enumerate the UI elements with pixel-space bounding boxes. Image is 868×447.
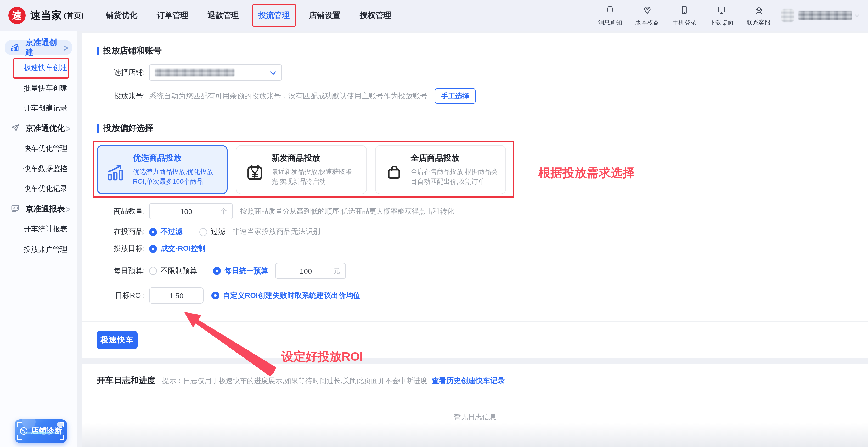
log-empty-text: 暂无日志信息 (97, 413, 854, 422)
shop-diagnose-button[interactable]: 店铺诊断 (14, 419, 67, 443)
nav-item-traffic-manage[interactable]: 投流管理 (258, 10, 289, 21)
account-row: 投放账号: 系统自动为您匹配有可用余额的投放账号，没有匹配成功默认使用主账号作为… (97, 88, 854, 103)
bell-icon (605, 4, 615, 17)
nav-item-auth-manage[interactable]: 授权管理 (360, 10, 391, 21)
card-whole-shop[interactable]: 全店商品投放 全店在售商品投放,根据商品类目自动匹配出价,收割订单 (375, 145, 506, 194)
card-title: 新发商品投放 (272, 153, 360, 164)
log-tip: 提示：日志仅用于极速快车的进度展示,如果等待时间过长,关闭此页面并不会中断进度 (162, 376, 428, 386)
quantity-row: 商品数量: 个 按照商品质量分从高到低的顺序,优选商品更大概率能获得点击和转化 (97, 203, 854, 219)
shop-select-label: 选择店铺: (97, 68, 145, 77)
sidebar-group-jzt-report[interactable]: AD 京准通报表 > (0, 199, 77, 219)
download-desktop-button[interactable]: 下载桌面 (710, 4, 734, 26)
shop-select-dropdown[interactable] (149, 64, 282, 81)
quick-action-label: 版本权益 (635, 19, 659, 26)
target-row: 投放目标: 成交-ROI控制 (97, 244, 854, 254)
log-title: 开车日志和进度 (97, 375, 155, 386)
filter-label: 在投商品: (97, 227, 145, 237)
sidebar-item-kc-data-monitor[interactable]: 快车数据监控 (0, 159, 77, 179)
log-panel: 开车日志和进度 提示：日志仅用于极速快车的进度展示,如果等待时间过长,关闭此页面… (82, 364, 868, 447)
nav-item-shop-settings[interactable]: 店铺设置 (309, 10, 340, 21)
logo-glyph: 速 (12, 9, 22, 22)
radio-daily-budget[interactable] (213, 267, 221, 275)
user-account-area[interactable] (781, 9, 859, 22)
card-preferred-products[interactable]: 优选商品投放 优选潜力商品投放,优化投放ROI,单次最多100个商品 (97, 145, 227, 194)
sidebar-item-account-manage[interactable]: 投放账户管理 (0, 239, 77, 260)
quantity-label: 商品数量: (97, 207, 145, 216)
sidebar-item-drive-report[interactable]: 开车统计报表 (0, 219, 77, 239)
sidebar: 京准通创建 > 极速快车创建 批量快车创建 开车创建记录 京准通优化 > 快车优… (0, 31, 77, 447)
chevron-down-icon (855, 12, 859, 17)
chevron-right-icon: > (66, 123, 70, 134)
notifications-button[interactable]: 消息通知 (598, 4, 622, 26)
filter-hint: 非速当家投放商品无法识别 (232, 227, 320, 237)
roi-input[interactable] (150, 288, 203, 303)
radio-filter[interactable] (199, 228, 207, 236)
express-kc-submit-button[interactable]: 极速快车 (97, 331, 137, 349)
shop-name-redacted (155, 68, 235, 77)
panel-divider (82, 321, 868, 322)
card-desc: 最近新发品投放,快速获取曝光,实现新品冷启动 (272, 167, 360, 187)
account-hint: 系统自动为您匹配有可用余额的投放账号，没有匹配成功默认使用主账号作为投放账号 (149, 91, 428, 101)
quantity-input[interactable] (150, 204, 232, 219)
ad-banner-icon: AD (10, 204, 26, 215)
version-benefits-button[interactable]: 版本权益 (635, 4, 659, 26)
account-label: 投放账号: (97, 91, 145, 101)
card-new-products[interactable]: 新发商品投放 最近新发品投放,快速获取曝光,实现新品冷启动 (236, 145, 367, 194)
brand-logo-icon: 速 (8, 7, 26, 24)
nav-item-refund-manage[interactable]: 退款管理 (208, 10, 239, 21)
sidebar-item-label: 快车数据监控 (24, 165, 67, 174)
sidebar-item-create-records[interactable]: 开车创建记录 (0, 98, 77, 119)
contact-support-button[interactable]: 联系客服 (747, 4, 771, 26)
app-body: 京准通创建 > 极速快车创建 批量快车创建 开车创建记录 京准通优化 > 快车优… (0, 31, 868, 447)
log-header: 开车日志和进度 提示：日志仅用于极速快车的进度展示,如果等待时间过长,关闭此页面… (97, 375, 854, 386)
radio-custom-roi-label[interactable]: 自定义ROI创建失败时取系统建议出价均值 (223, 291, 361, 300)
radio-no-filter-label[interactable]: 不过滤 (161, 227, 183, 237)
annotation-cards-note: 根据投放需求选择 (538, 165, 634, 181)
quick-action-label: 下载桌面 (710, 19, 734, 26)
section-accent-bar (97, 124, 99, 133)
sidebar-item-label: 开车统计报表 (24, 225, 67, 234)
radio-unlimited-budget-label[interactable]: 不限制预算 (161, 266, 197, 275)
create-form-panel: 投放店铺和账号 选择店铺: 投放账号: (82, 33, 868, 358)
svg-text:AD: AD (13, 206, 18, 210)
sidebar-item-express-create[interactable]: 极速快车创建 (0, 58, 77, 78)
budget-row: 每日预算: 不限制预算 每日统一预算 元 (97, 263, 854, 279)
nav-item-goods-optimize[interactable]: 铺货优化 (106, 10, 137, 21)
radio-no-filter[interactable] (149, 228, 157, 236)
shopping-bag-icon (384, 162, 404, 182)
section-shop-account: 投放店铺和账号 (97, 46, 854, 57)
manual-select-button[interactable]: 手工选择 (435, 88, 475, 103)
card-title: 全店商品投放 (411, 153, 499, 164)
chart-growth-icon (106, 162, 126, 182)
sidebar-group-jzt-create[interactable]: 京准通创建 > (5, 40, 72, 56)
corner-bracket (17, 422, 22, 426)
sidebar-item-kc-optimize-records[interactable]: 快车优化记录 (0, 179, 77, 199)
roi-row: 目标ROI: 自定义ROI创建失败时取系统建议出价均值 (97, 287, 854, 304)
radio-custom-roi[interactable] (211, 292, 219, 299)
card-desc: 全店在售商品投放,根据商品类目自动匹配出价,收割订单 (411, 167, 499, 187)
radio-daily-budget-label[interactable]: 每日统一预算 (224, 266, 269, 275)
sidebar-item-batch-create[interactable]: 批量快车创建 (0, 78, 77, 98)
budget-input-wrap: 元 (275, 263, 346, 279)
history-records-link[interactable]: 查看历史创建快车记录 (432, 376, 505, 386)
card-desc: 优选潜力商品投放,优化投放ROI,单次最多100个商品 (133, 167, 220, 187)
section-preference: 投放偏好选择 (97, 123, 854, 134)
sidebar-item-label: 投放账户管理 (24, 245, 67, 255)
mobile-login-button[interactable]: 手机登录 (672, 4, 696, 26)
sidebar-group-jzt-optimize[interactable]: 京准通优化 > (0, 119, 77, 139)
quantity-unit: 个 (220, 207, 227, 216)
radio-roi-target[interactable] (149, 245, 157, 252)
nav-item-order-manage[interactable]: 订单管理 (157, 10, 188, 21)
monitor-icon (716, 4, 727, 17)
main-nav: 铺货优化 订单管理 退款管理 投流管理 店铺设置 授权管理 (106, 10, 391, 21)
brand-home-suffix: (首页) (64, 11, 84, 20)
section-title-text: 投放店铺和账号 (103, 46, 162, 57)
brand-name: 速当家 (30, 8, 62, 23)
radio-unlimited-budget[interactable] (149, 267, 157, 275)
sidebar-item-kc-optimize-manage[interactable]: 快车优化管理 (0, 139, 77, 159)
quick-action-label: 消息通知 (598, 19, 622, 26)
radio-filter-label[interactable]: 过滤 (211, 227, 225, 237)
radio-roi-target-label[interactable]: 成交-ROI控制 (161, 244, 205, 254)
roi-input-wrap (149, 287, 204, 304)
quantity-input-wrap: 个 (149, 203, 233, 219)
